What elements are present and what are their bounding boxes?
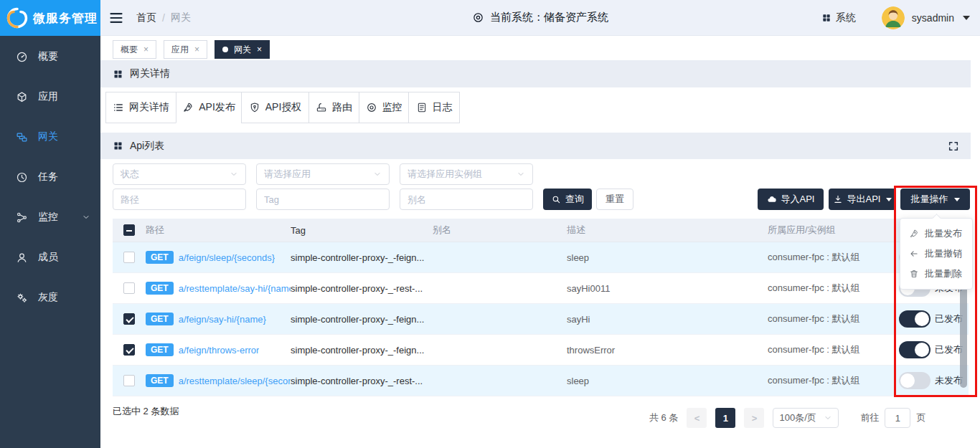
publish-toggle[interactable]: [899, 341, 930, 358]
menu-item-batch-revoke[interactable]: 批量撤销: [900, 244, 972, 264]
menu-item-batch-delete[interactable]: 批量删除: [900, 264, 972, 284]
grid-icon: [821, 13, 831, 23]
top-bar-right: 系统 sysadmin: [821, 6, 970, 29]
tab-api-auth[interactable]: API授权: [241, 92, 309, 123]
arrow-left-icon: [909, 249, 919, 259]
app-select[interactable]: 请选择应用: [256, 163, 390, 185]
desc-cell: sayHi0011: [567, 283, 768, 294]
hamburger-icon[interactable]: [108, 11, 125, 25]
export-api-button[interactable]: 导出API: [829, 189, 896, 210]
router-icon: [316, 102, 327, 113]
sidebar-item-gray-release[interactable]: 灰度: [0, 277, 100, 318]
next-page-button[interactable]: >: [744, 408, 764, 428]
close-icon[interactable]: ×: [194, 45, 199, 54]
api-path-link[interactable]: a/resttemplate/say-hi/{name}: [179, 283, 291, 294]
table-row[interactable]: GET a/resttemplate/say-hi/{name} simple-…: [113, 273, 969, 304]
sidebar-item-label: 成员: [38, 251, 58, 264]
row-checkbox[interactable]: [123, 344, 135, 356]
page-tab-apps[interactable]: 应用 ×: [164, 40, 207, 59]
page-size-select[interactable]: 100条/页: [773, 408, 839, 428]
avatar[interactable]: [882, 6, 905, 29]
reset-button[interactable]: 重置: [596, 189, 633, 210]
publish-status-label: 已发布: [935, 313, 963, 325]
fullscreen-icon[interactable]: [948, 140, 959, 152]
app-cell: consumer-fpc : 默认组: [768, 251, 899, 264]
sidebar-item-gateway[interactable]: 网关: [0, 117, 100, 157]
selection-count: 已选中 2 条数据: [113, 405, 179, 418]
app-logo[interactable]: 微服务管理: [0, 0, 100, 36]
row-checkbox[interactable]: [123, 313, 135, 325]
api-list-panel-header: Api列表: [100, 133, 971, 159]
grid-icon: [113, 140, 123, 151]
sidebar-item-overview[interactable]: 概要: [0, 37, 100, 77]
gateway-icon: [16, 131, 28, 143]
publish-toggle[interactable]: [899, 310, 930, 328]
table-row[interactable]: GET a/feign/throws-error simple-controll…: [113, 335, 969, 366]
method-badge: GET: [146, 251, 174, 264]
api-path-link[interactable]: a/resttemplate/sleep/{seconc: [179, 376, 291, 386]
trash-icon: [909, 269, 919, 279]
instance-group-select[interactable]: 请选择应用实例组: [400, 163, 533, 185]
username[interactable]: sysadmin: [912, 12, 954, 24]
batch-operations-label: 批量操作: [911, 193, 948, 206]
page-tab-overview[interactable]: 概要 ×: [113, 40, 156, 59]
app-cell: consumer-fpc : 默认组: [768, 282, 899, 295]
api-path-link[interactable]: a/feign/say-hi/{name}: [179, 314, 266, 325]
prev-page-button[interactable]: <: [687, 408, 707, 428]
tab-api-publish[interactable]: API发布: [176, 92, 242, 123]
tab-gateway-detail[interactable]: 网关详情: [105, 92, 176, 123]
tab-label: 监控: [382, 101, 402, 114]
sidebar-item-tasks[interactable]: 任务: [0, 157, 100, 197]
select-placeholder: 请选择应用: [264, 168, 311, 181]
api-path-link[interactable]: a/feign/sleep/{seconds}: [179, 252, 275, 263]
path-input[interactable]: [113, 189, 246, 210]
eye-icon: [366, 102, 377, 113]
tab-route[interactable]: 路由: [308, 92, 359, 123]
select-placeholder: 状态: [121, 168, 139, 181]
sidebar-item-apps[interactable]: 应用: [0, 77, 100, 117]
status-select[interactable]: 状态: [113, 163, 246, 185]
method-badge: GET: [146, 282, 174, 295]
system-menu-button[interactable]: 系统: [821, 11, 856, 24]
export-api-label: 导出API: [847, 193, 881, 206]
row-checkbox[interactable]: [123, 375, 135, 386]
menu-item-batch-publish[interactable]: 批量发布: [900, 224, 972, 244]
close-icon[interactable]: ×: [257, 45, 262, 54]
table-scrollbar-thumb[interactable]: [960, 283, 967, 388]
row-checkbox[interactable]: [123, 282, 135, 294]
breadcrumb: 首页 / 网关: [136, 11, 191, 24]
breadcrumb-current: 网关: [171, 11, 191, 24]
tag-input[interactable]: [256, 189, 390, 210]
sidebar-item-monitor[interactable]: 监控: [0, 197, 100, 237]
batch-operations-button[interactable]: 批量操作: [900, 189, 970, 210]
goto-page-input[interactable]: [885, 408, 910, 428]
table-row[interactable]: GET a/resttemplate/sleep/{seconc simple-…: [113, 366, 969, 396]
gateway-detail-tabs: 网关详情 API发布 API授权 路由 监控 日志: [105, 92, 460, 123]
table-row[interactable]: GET a/feign/sleep/{seconds} simple-contr…: [113, 242, 969, 273]
select-all-checkbox[interactable]: [123, 224, 135, 236]
api-path-link[interactable]: a/feign/throws-error: [179, 345, 260, 356]
logo-swirl-icon: [6, 6, 29, 29]
tab-logs[interactable]: 日志: [408, 92, 460, 123]
menu-item-label: 批量删除: [925, 267, 962, 280]
caret-down-icon[interactable]: [963, 16, 970, 20]
page-tab-gateway[interactable]: 网关 ×: [215, 40, 270, 59]
tab-monitor[interactable]: 监控: [359, 92, 409, 123]
table-row[interactable]: GET a/feign/say-hi/{name} simple-control…: [113, 304, 969, 335]
publish-toggle[interactable]: [899, 372, 930, 389]
tab-label: 日志: [433, 101, 453, 114]
current-page-button[interactable]: 1: [715, 408, 735, 428]
close-icon[interactable]: ×: [143, 45, 149, 54]
shield-icon: [249, 102, 260, 113]
alias-input[interactable]: [400, 189, 533, 210]
search-button-label: 查询: [565, 193, 584, 206]
sidebar-item-members[interactable]: 成员: [0, 237, 100, 277]
grid-icon: [113, 69, 123, 80]
import-api-button[interactable]: 导入API: [758, 189, 824, 210]
breadcrumb-home[interactable]: 首页: [136, 11, 156, 24]
goto-label: 前往: [860, 411, 879, 424]
search-button[interactable]: 查询: [543, 189, 592, 210]
tag-cell: simple-controller-proxy-_-rest-...: [291, 283, 433, 294]
app-cell: consumer-fpc : 默认组: [768, 374, 899, 387]
row-checkbox[interactable]: [123, 252, 135, 263]
